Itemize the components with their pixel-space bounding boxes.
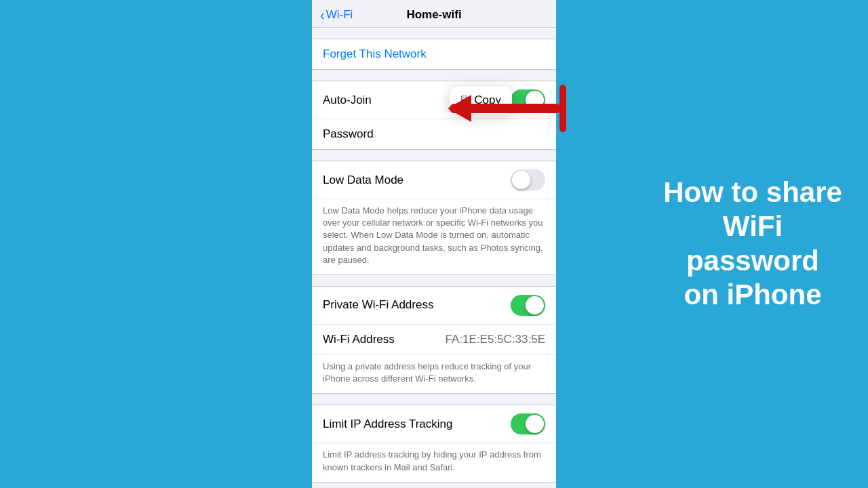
autojoin-label: Auto-Join xyxy=(323,94,372,107)
limit-ip-toggle[interactable] xyxy=(511,413,545,434)
toggle-knob-low xyxy=(512,171,530,189)
wifi-address-row: Wi-Fi Address FA:1E:E5:5C:33:5E xyxy=(312,325,556,355)
password-label: Password xyxy=(323,127,374,141)
forget-network-link[interactable]: Forget This Network xyxy=(323,47,427,61)
side-text: How to share WiFi password on iPhone xyxy=(651,176,854,312)
low-data-toggle[interactable] xyxy=(511,169,545,190)
svg-marker-1 xyxy=(448,95,471,122)
phone-screen: ‹ Wi-Fi Home-wifi Forget This Network Au… xyxy=(312,0,556,488)
chevron-left-icon: ‹ xyxy=(320,8,325,22)
toggle-knob-private xyxy=(526,296,544,314)
page-title: Home-wifi xyxy=(406,8,461,22)
forget-row[interactable]: Forget This Network xyxy=(312,39,556,69)
limit-ip-row: Limit IP Address Tracking xyxy=(312,405,556,443)
side-text-line2: password xyxy=(686,245,819,277)
wifi-address-label: Wi-Fi Address xyxy=(323,333,395,346)
private-wifi-row: Private Wi-Fi Address xyxy=(312,287,556,325)
red-arrow xyxy=(434,81,570,136)
forget-section: Forget This Network xyxy=(312,39,556,70)
side-text-line3: on iPhone xyxy=(684,279,822,310)
limit-ip-section: Limit IP Address Tracking Limit IP addre… xyxy=(312,405,556,482)
toggle-knob-limit xyxy=(526,415,544,433)
private-wifi-label: Private Wi-Fi Address xyxy=(323,298,433,312)
side-text-line1: How to share WiFi xyxy=(663,176,842,242)
private-wifi-section: Private Wi-Fi Address Wi-Fi Address FA:1… xyxy=(312,286,556,394)
low-data-description: Low Data Mode helps reduce your iPhone d… xyxy=(312,199,556,274)
wifi-address-value: FA:1E:E5:5C:33:5E xyxy=(446,333,545,346)
back-button[interactable]: ‹ Wi-Fi xyxy=(320,8,353,22)
nav-header: ‹ Wi-Fi Home-wifi xyxy=(312,0,556,28)
low-data-label: Low Data Mode xyxy=(323,174,403,187)
low-data-row: Low Data Mode xyxy=(312,161,556,199)
limit-description: Limit IP address tracking by hiding your… xyxy=(312,443,556,481)
low-data-section: Low Data Mode Low Data Mode helps reduce… xyxy=(312,161,556,275)
private-wifi-toggle[interactable] xyxy=(511,295,545,316)
back-label[interactable]: Wi-Fi xyxy=(326,8,353,22)
limit-ip-label: Limit IP Address Tracking xyxy=(323,418,453,431)
private-description: Using a private address helps reduce tra… xyxy=(312,355,556,393)
